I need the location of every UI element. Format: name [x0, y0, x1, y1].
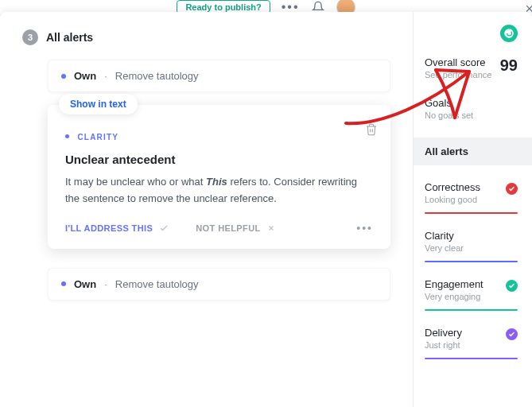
sidebar-all-alerts[interactable]: All alerts	[414, 138, 532, 165]
check-icon	[506, 328, 518, 340]
metric-sub: Very clear	[425, 243, 518, 253]
alert-word: Own	[74, 278, 96, 290]
metric-bar	[425, 309, 518, 311]
expanded-alert: Show in text CLARITY Unclear antecedent …	[48, 105, 390, 249]
alert-count-badge: 3	[22, 29, 38, 45]
grammarly-panel: × 3 All alerts Own · Remove tautology Sh…	[0, 12, 532, 407]
metric-correctness[interactable]: CorrectnessLooking good	[425, 181, 518, 214]
address-button[interactable]: I'LL ADDRESS THIS	[65, 223, 169, 233]
alert-separator: ·	[104, 70, 107, 82]
metric-sub: Just right	[425, 340, 518, 350]
goals-section[interactable]: Goals No goals set	[425, 97, 518, 120]
metric-title: Correctness	[425, 181, 518, 193]
check-icon	[506, 183, 518, 195]
metric-title: Engagement	[425, 278, 518, 290]
check-icon	[506, 280, 518, 292]
grammarly-logo-icon[interactable]	[500, 25, 518, 42]
category-dot-icon	[65, 134, 69, 138]
card-more-icon[interactable]: •••	[356, 222, 373, 235]
metric-engagement[interactable]: EngagementVery engaging	[425, 278, 518, 311]
alert-row[interactable]: Own · Remove tautology	[48, 268, 390, 300]
score-label: Overall score	[425, 56, 491, 68]
alert-dot-icon	[61, 74, 66, 79]
goals-sub: No goals set	[425, 110, 518, 120]
alerts-header: 3 All alerts	[0, 29, 413, 60]
metric-bar	[425, 261, 518, 262]
alert-dot-icon	[61, 281, 66, 286]
alert-separator: ·	[104, 278, 107, 290]
alerts-title: All alerts	[46, 31, 93, 44]
not-helpful-button[interactable]: NOT HELPFUL	[196, 223, 274, 233]
alert-word: Own	[74, 70, 96, 82]
alert-desc: Remove tautology	[115, 70, 199, 82]
metric-bar	[425, 358, 518, 359]
metric-sub: Very engaging	[425, 292, 518, 301]
metric-title: Clarity	[425, 230, 518, 242]
metric-title: Delivery	[425, 327, 518, 339]
alert-row[interactable]: Own · Remove tautology	[48, 60, 390, 92]
metric-clarity[interactable]: ClarityVery clear	[425, 230, 518, 262]
trash-icon[interactable]	[365, 122, 378, 140]
show-in-text-button[interactable]: Show in text	[59, 94, 138, 114]
alerts-main: 3 All alerts Own · Remove tautology Show…	[0, 12, 413, 407]
alert-actions: I'LL ADDRESS THIS NOT HELPFUL •••	[65, 222, 373, 235]
score-sublabel: See performance	[425, 70, 491, 79]
alert-card: CLARITY Unclear antecedent It may be unc…	[48, 105, 390, 249]
alert-category: CLARITY	[65, 129, 373, 143]
alert-body: It may be unclear who or what This refer…	[65, 174, 373, 207]
category-label: CLARITY	[77, 133, 118, 141]
alert-title: Unclear antecedent	[65, 153, 373, 166]
metric-sub: Looking good	[425, 195, 518, 204]
alert-desc: Remove tautology	[115, 278, 199, 290]
score-value: 99	[500, 56, 518, 75]
metric-delivery[interactable]: DeliveryJust right	[425, 327, 518, 359]
overall-score[interactable]: Overall score See performance 99	[425, 56, 518, 79]
sidebar: Overall score See performance 99 Goals N…	[413, 12, 532, 407]
goals-title: Goals	[425, 97, 518, 109]
metric-bar	[425, 212, 518, 214]
